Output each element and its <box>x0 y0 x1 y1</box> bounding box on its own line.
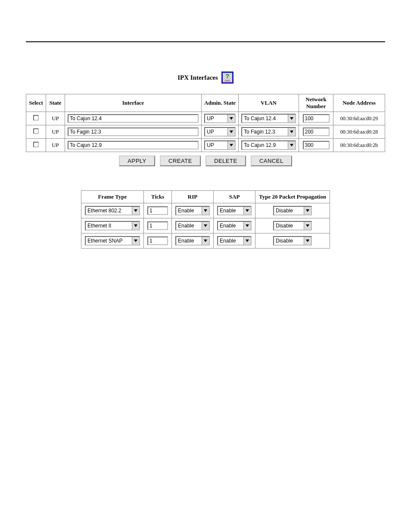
select-value: To Fagin 12.3 <box>242 129 288 135</box>
svg-marker-3 <box>290 131 293 133</box>
svg-marker-12 <box>246 224 249 227</box>
chevron-down-icon <box>230 117 233 120</box>
select-value: Enable <box>218 223 243 229</box>
chevron-down-icon <box>306 209 309 212</box>
table-row: Ethernet IIEnableEnableDisable <box>81 218 330 233</box>
select-caret <box>227 128 235 136</box>
select-caret <box>202 207 209 215</box>
delete-button[interactable]: DELETE <box>206 156 246 166</box>
vlan-select[interactable]: To Cajun 12.9 <box>241 140 296 150</box>
sap-select[interactable]: Enable <box>217 221 252 230</box>
network-number-input[interactable] <box>303 114 330 123</box>
chevron-down-icon <box>230 131 233 133</box>
rip-select[interactable]: Enable <box>175 236 210 246</box>
select-checkbox[interactable] <box>33 142 39 147</box>
select-value: UP <box>205 142 227 148</box>
col-state: State <box>46 94 65 112</box>
svg-marker-6 <box>134 209 137 212</box>
question-mark-icon: ? <box>226 73 230 79</box>
svg-marker-14 <box>134 240 137 242</box>
chevron-down-icon <box>204 240 207 242</box>
svg-marker-1 <box>290 117 293 120</box>
select-caret <box>304 207 311 215</box>
ticks-input[interactable] <box>147 236 168 245</box>
table-row: UPUPTo Fagin 12.300:30:6d:aa:d0:28 <box>26 125 385 139</box>
ticks-input[interactable] <box>147 206 168 215</box>
state-value: UP <box>52 115 59 121</box>
sap-select[interactable]: Enable <box>217 236 252 246</box>
svg-marker-7 <box>204 209 207 212</box>
select-value: Enable <box>176 223 202 229</box>
select-checkbox[interactable] <box>33 128 39 134</box>
chevron-down-icon <box>306 224 309 227</box>
node-address: 00:30:6d:aa:d0:28 <box>340 129 378 135</box>
svg-marker-5 <box>290 144 293 146</box>
svg-marker-13 <box>306 224 309 227</box>
select-caret <box>288 128 295 136</box>
state-value: UP <box>52 142 59 148</box>
svg-marker-4 <box>230 144 233 146</box>
frame-type-select[interactable]: Ethernet II <box>85 221 140 230</box>
select-caret <box>243 237 251 245</box>
interface-input[interactable] <box>68 114 199 123</box>
vlan-select[interactable]: To Fagin 12.3 <box>241 127 296 137</box>
admin-state-select[interactable]: UP <box>204 140 236 150</box>
select-value: Enable <box>218 208 243 214</box>
interface-input[interactable] <box>68 141 199 149</box>
select-caret <box>132 222 139 230</box>
create-button[interactable]: CREATE <box>160 156 201 166</box>
cancel-button[interactable]: CANCEL <box>251 156 292 166</box>
select-caret <box>288 141 295 149</box>
interface-input[interactable] <box>68 128 199 136</box>
select-value: UP <box>205 115 227 121</box>
network-number-input[interactable] <box>303 141 330 149</box>
select-caret <box>304 222 311 230</box>
frame-type-select[interactable]: Ethernet SNAP <box>85 236 140 246</box>
chevron-down-icon <box>246 224 249 227</box>
admin-state-select[interactable]: UP <box>204 114 236 123</box>
type20-select[interactable]: Disable <box>273 221 312 230</box>
chevron-down-icon <box>204 209 207 212</box>
chevron-down-icon <box>134 209 137 212</box>
select-value: Ethernet 802.2 <box>86 208 132 214</box>
svg-marker-15 <box>204 240 207 242</box>
select-value: Ethernet SNAP <box>86 238 132 244</box>
sap-select[interactable]: Enable <box>217 206 252 215</box>
select-caret <box>202 237 209 245</box>
chevron-down-icon <box>134 240 137 242</box>
ipx-frame-table: Frame Type Ticks RIP SAP Type 20 Packet … <box>81 190 330 249</box>
chevron-down-icon <box>230 144 233 146</box>
col-admin: Admin. State <box>202 94 239 112</box>
admin-state-select[interactable]: UP <box>204 127 236 137</box>
ticks-input[interactable] <box>147 221 168 230</box>
rip-select[interactable]: Enable <box>175 206 210 215</box>
chevron-down-icon <box>204 224 207 227</box>
select-value: Ethernet II <box>86 223 132 229</box>
select-value: To Cajun 12.9 <box>242 142 288 148</box>
help-button[interactable]: ? Help <box>221 72 234 84</box>
svg-marker-2 <box>230 131 233 133</box>
type20-select[interactable]: Disable <box>273 236 312 246</box>
svg-marker-17 <box>306 240 309 242</box>
vlan-select[interactable]: To Cajun 12.4 <box>241 114 296 123</box>
select-caret <box>243 222 251 230</box>
select-checkbox[interactable] <box>33 115 39 121</box>
col-vlan: VLAN <box>239 94 299 112</box>
type20-select[interactable]: Disable <box>273 206 312 215</box>
button-row: APPLY CREATE DELETE CANCEL <box>26 156 385 166</box>
rip-select[interactable]: Enable <box>175 221 210 230</box>
svg-marker-11 <box>204 224 207 227</box>
select-caret <box>288 115 295 122</box>
svg-marker-16 <box>246 240 249 242</box>
node-address: 00:30:6d:aa:d0:2b <box>340 142 378 148</box>
network-number-input[interactable] <box>303 128 330 136</box>
select-caret <box>132 237 139 245</box>
col-sap: SAP <box>214 191 255 203</box>
col-select: Select <box>26 94 46 112</box>
frame-type-select[interactable]: Ethernet 802.2 <box>85 206 140 215</box>
chevron-down-icon <box>134 224 137 227</box>
select-value: Enable <box>176 208 202 214</box>
select-value: UP <box>205 129 227 135</box>
apply-button[interactable]: APPLY <box>119 156 155 166</box>
select-caret <box>202 222 209 230</box>
